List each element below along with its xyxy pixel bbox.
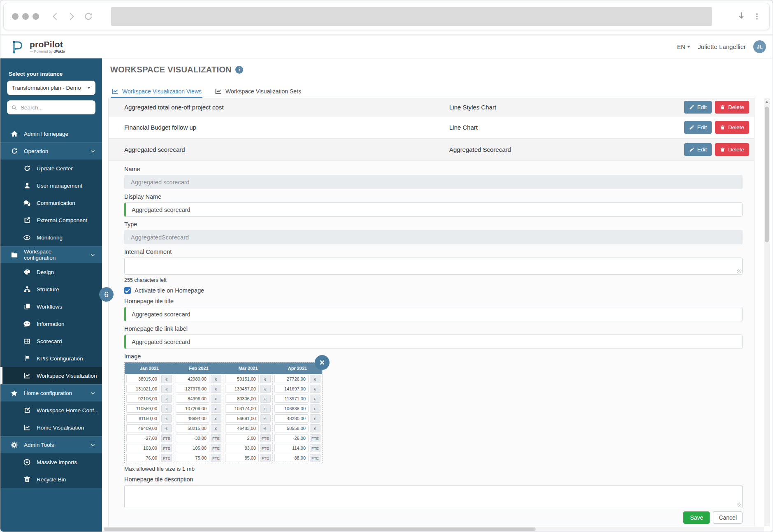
internal-comment-field[interactable] xyxy=(124,258,743,275)
cell-unit: € xyxy=(211,395,221,403)
form-actions: Save Cancel xyxy=(124,511,743,524)
delete-button[interactable]: Delete xyxy=(715,143,749,156)
sidebar-item-scorecard[interactable]: Scorecard xyxy=(0,332,102,350)
image-table-row: 103,00FTE105,00FTE83,00FTE114,00FTE xyxy=(125,443,322,453)
instance-select[interactable]: Transformation plan - Demo xyxy=(7,81,95,95)
sidebar-item-massive-imports[interactable]: Massive Imports xyxy=(0,453,102,471)
cell-unit: € xyxy=(260,414,271,423)
eye-icon xyxy=(23,234,31,242)
table-row[interactable]: Aggregated scorecardAggregated Scorecard… xyxy=(109,139,754,161)
remove-image-button[interactable] xyxy=(315,355,330,370)
forward-icon[interactable] xyxy=(67,12,76,21)
back-icon[interactable] xyxy=(51,12,60,21)
row-type: Aggregated Scorecard xyxy=(449,146,681,153)
vertical-scrollbar[interactable] xyxy=(764,98,770,526)
image-label: Image xyxy=(124,353,743,360)
image-table-column-header: Jan 2021 xyxy=(125,362,174,374)
sidebar-item-structure[interactable]: Structure xyxy=(0,281,102,298)
cell-value: 85,00 xyxy=(225,454,259,462)
avatar[interactable]: JL xyxy=(753,40,766,53)
row-type: Line Styles Chart xyxy=(449,104,681,111)
image-table-row: 131021,00€127976,00€139457,00€141697,00€ xyxy=(125,384,322,394)
scrollbar-thumb[interactable] xyxy=(104,527,536,531)
activate-tile-checkbox[interactable] xyxy=(124,287,131,294)
sidebar-item-admin-homepage[interactable]: Admin Homepage xyxy=(0,125,102,142)
cell-value: 139457,00 xyxy=(225,385,259,393)
name-field[interactable]: Aggregated scorecard xyxy=(124,175,743,189)
cell-value: 42980,00 xyxy=(176,375,209,383)
cell-unit: € xyxy=(310,375,320,383)
tile-description-field[interactable] xyxy=(124,485,743,508)
tab-workspace-visualization-views[interactable]: Workspace Visualization Views xyxy=(111,83,202,98)
download-icon xyxy=(23,458,31,466)
sidebar-item-home-visualisation[interactable]: Home Visualisation xyxy=(0,419,102,436)
edit-button[interactable]: Edit xyxy=(684,143,712,156)
download-icon[interactable] xyxy=(736,12,746,21)
sidebar-item-monitoring[interactable]: Monitoring xyxy=(0,229,102,246)
display-name-field[interactable]: Aggregated scorecard xyxy=(124,202,743,217)
tile-title-field[interactable]: Aggregated scorecard xyxy=(124,307,743,321)
cell-value: 80306,00 xyxy=(225,395,259,403)
sidebar-item-user-management[interactable]: User management xyxy=(0,177,102,194)
brand-logo[interactable]: proPilot — Powered by dFakto xyxy=(9,39,65,55)
edit-button[interactable]: Edit xyxy=(684,101,712,114)
sidebar-item-workflows[interactable]: Workflows xyxy=(0,298,102,315)
scrollbar-thumb[interactable] xyxy=(765,107,769,242)
menu-kebab-icon[interactable] xyxy=(753,12,761,21)
sidebar-item-operation[interactable]: Operation xyxy=(0,142,102,160)
reload-icon[interactable] xyxy=(84,12,93,21)
sidebar-item-information[interactable]: Information xyxy=(0,315,102,332)
sidebar-item-external-component[interactable]: External Component xyxy=(0,211,102,229)
edit-button[interactable]: Edit xyxy=(684,121,712,134)
horizontal-scrollbar[interactable] xyxy=(102,527,764,532)
sidebar-item-workspace-visualization[interactable]: Workspace Visualization xyxy=(0,367,102,384)
tile-link-field[interactable]: Aggregated scorecard xyxy=(124,335,743,349)
type-field[interactable]: AggregatedScorecard xyxy=(124,230,743,244)
image-table-cell: 56691,00€ xyxy=(223,414,273,423)
sidebar-item-design[interactable]: Design xyxy=(0,263,102,281)
sidebar-item-home-configuration[interactable]: Home configuration xyxy=(0,384,102,402)
table-row[interactable]: Financial Budget follow upLine ChartEdit… xyxy=(109,116,754,139)
tab-label: Workspace Visualization Views xyxy=(122,88,202,95)
sidebar-item-workspace-home-conf[interactable]: Workspace Home Conf... xyxy=(0,402,102,419)
sidebar-item-label: User management xyxy=(37,183,82,189)
chat-icon xyxy=(23,199,31,207)
cell-value: 61150,00 xyxy=(126,414,160,423)
export-icon xyxy=(23,216,31,224)
sidebar-item-label: Workspace Home Conf... xyxy=(37,407,99,414)
search-input[interactable]: Search... xyxy=(7,100,95,114)
scroll-up-arrow-icon[interactable] xyxy=(765,101,768,103)
delete-button[interactable]: Delete xyxy=(715,101,749,114)
name-label: Name xyxy=(124,166,743,172)
sidebar-item-workspace-configuration[interactable]: Workspace configuration xyxy=(0,246,102,263)
sidebar-item-communication[interactable]: Communication xyxy=(0,194,102,211)
sidebar-item-recycle-bin[interactable]: Recycle Bin xyxy=(0,471,102,488)
sidebar-item-admin-tools[interactable]: Admin Tools xyxy=(0,436,102,453)
image-table-row: 110559,00€107209,00€103174,00€106838,00€ xyxy=(125,404,322,414)
save-button[interactable]: Save xyxy=(683,511,710,524)
table-row[interactable]: Aggregated total one-off project costLin… xyxy=(109,98,754,116)
chevron-down-icon xyxy=(90,149,95,154)
brand-name: proPilot xyxy=(30,40,65,49)
image-table-cell: 38915,00€ xyxy=(125,374,174,384)
sidebar-item-kpis-configuration[interactable]: KPIs Configuration xyxy=(0,350,102,367)
info-icon[interactable]: i xyxy=(235,66,243,74)
cell-value: 2,00 xyxy=(225,434,259,442)
tab-workspace-visualization-sets[interactable]: Workspace Visualization Sets xyxy=(214,83,302,98)
sidebar-item-update-center[interactable]: Update Center xyxy=(0,160,102,177)
chevron-down-icon xyxy=(87,87,91,89)
cell-unit: € xyxy=(260,404,271,413)
sidebar-item-label: Massive Imports xyxy=(37,459,77,465)
image-preview: Jan 2021Feb 2021Mar 2021Apr 2021 38915,0… xyxy=(124,362,323,463)
cancel-button[interactable]: Cancel xyxy=(713,511,743,524)
palette-icon xyxy=(23,268,31,276)
chevron-down-icon xyxy=(90,442,95,448)
delete-button[interactable]: Delete xyxy=(715,121,749,134)
language-selector[interactable]: EN xyxy=(677,44,690,50)
edit-form: Name Aggregated scorecard Display Name A… xyxy=(109,161,754,526)
cell-value: 58558,00 xyxy=(274,424,309,432)
activate-tile-row: Activate tile on Homepage xyxy=(124,287,743,294)
user-name[interactable]: Juliette Langellier xyxy=(698,43,746,50)
cell-value: 103174,00 xyxy=(225,404,259,413)
url-bar[interactable] xyxy=(111,7,712,26)
